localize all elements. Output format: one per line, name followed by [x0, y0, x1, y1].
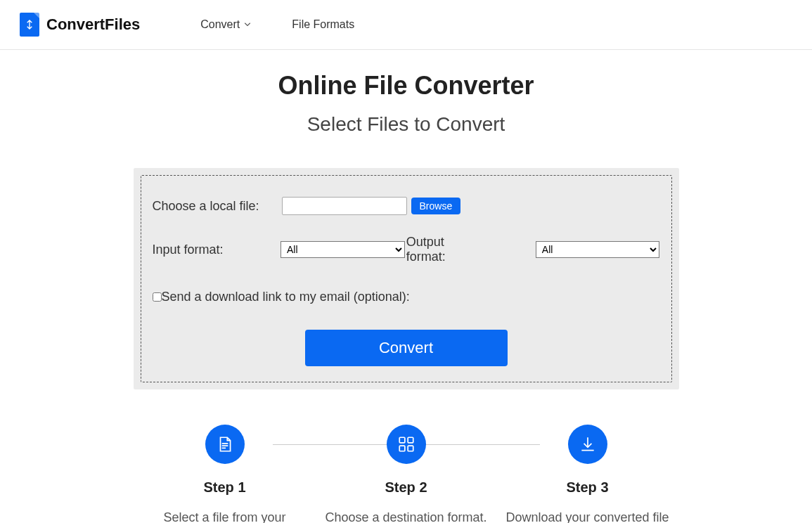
- step-1-desc: Select a file from your computer: [143, 508, 307, 523]
- nav-file-formats-label: File Formats: [292, 18, 354, 31]
- svg-rect-3: [408, 446, 413, 451]
- brand-logo[interactable]: ConvertFiles: [20, 13, 140, 37]
- output-format-label: Output format:: [406, 235, 486, 264]
- svg-rect-0: [399, 437, 405, 443]
- step-2-desc: Choose a destination format. (We support…: [324, 508, 489, 523]
- download-icon: [568, 425, 607, 464]
- input-format-label: Input format:: [153, 243, 281, 257]
- site-header: ConvertFiles Convert File Formats: [0, 0, 812, 50]
- step-1-title: Step 1: [143, 479, 307, 496]
- convert-button[interactable]: Convert: [305, 330, 508, 366]
- converter-panel-inner: Choose a local file: Browse Input format…: [141, 175, 672, 382]
- step-3-title: Step 3: [505, 479, 670, 496]
- email-checkbox-label: Send a download link to my email (option…: [162, 290, 410, 304]
- step-3: Step 3 Download your converted file imme…: [497, 425, 678, 523]
- email-checkbox-row[interactable]: Send a download link to my email (option…: [153, 290, 660, 304]
- svg-rect-2: [399, 446, 405, 451]
- browse-button[interactable]: Browse: [411, 198, 461, 214]
- brand-name: ConvertFiles: [46, 15, 140, 34]
- email-checkbox[interactable]: [153, 292, 162, 302]
- chevron-down-icon: [244, 22, 251, 27]
- svg-rect-1: [408, 437, 413, 443]
- input-format-select[interactable]: All: [281, 241, 405, 258]
- step-1: Step 1 Select a file from your computer: [134, 425, 316, 523]
- output-format-select[interactable]: All: [536, 241, 660, 258]
- step-2: Step 2 Choose a destination format. (We …: [316, 425, 497, 523]
- nav-file-formats[interactable]: File Formats: [292, 18, 354, 31]
- step-3-desc: Download your converted file immediately…: [505, 508, 670, 523]
- logo-icon: [20, 13, 39, 37]
- page-title: Online File Converter: [69, 71, 744, 101]
- file-icon: [205, 425, 245, 464]
- step-2-title: Step 2: [324, 479, 489, 496]
- page-subtitle: Select Files to Convert: [69, 113, 744, 136]
- converter-panel: Choose a local file: Browse Input format…: [134, 168, 679, 389]
- grid-icon: [387, 425, 426, 464]
- row-formats: Input format: All Output format: All: [153, 235, 660, 264]
- nav-convert[interactable]: Convert: [200, 18, 251, 31]
- steps-row: Step 1 Select a file from your computer …: [69, 425, 744, 523]
- nav-convert-label: Convert: [200, 18, 240, 31]
- main-nav: Convert File Formats: [200, 18, 354, 31]
- file-path-input[interactable]: [282, 197, 407, 215]
- row-choose-file: Choose a local file: Browse: [153, 197, 660, 215]
- choose-file-label: Choose a local file:: [153, 199, 282, 214]
